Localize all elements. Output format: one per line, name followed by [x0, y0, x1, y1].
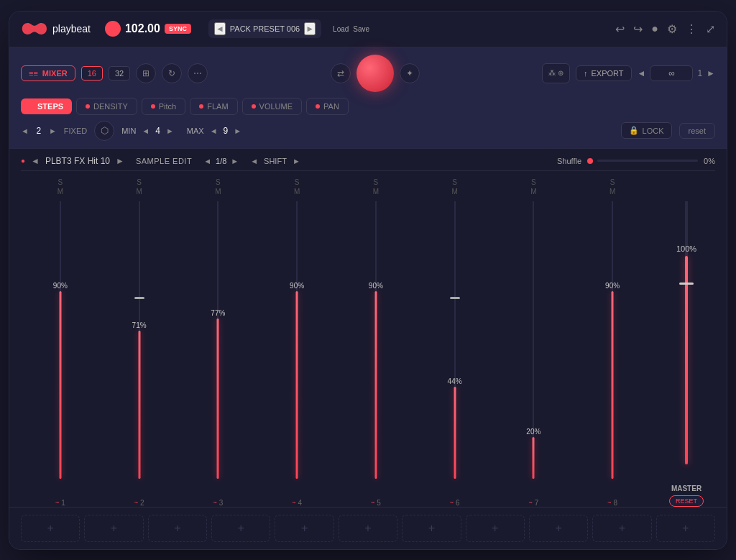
- solo-5[interactable]: S: [374, 178, 379, 186]
- max-label: MAX: [187, 127, 204, 135]
- reset-top-button[interactable]: reset: [679, 123, 715, 139]
- sync-badge[interactable]: SYNC: [165, 24, 191, 34]
- shift-prev-button[interactable]: ◄: [250, 157, 258, 165]
- master-handle[interactable]: [679, 283, 694, 285]
- fader-handle-2[interactable]: [134, 297, 144, 299]
- flam-mode-button[interactable]: FLAM: [190, 98, 237, 115]
- solo-4[interactable]: S: [295, 178, 300, 186]
- pad-add-10[interactable]: +: [656, 515, 715, 542]
- fader-pct-4: 90%: [290, 282, 304, 290]
- channel-label-2: ~ 2: [134, 499, 144, 507]
- mute-8[interactable]: M: [610, 188, 615, 196]
- track-next-button[interactable]: ►: [116, 156, 124, 166]
- main-knob[interactable]: [356, 55, 394, 92]
- min-prev[interactable]: ◄: [142, 127, 150, 135]
- solo-6[interactable]: S: [452, 178, 457, 186]
- fader-bar-8[interactable]: [612, 291, 614, 479]
- mute-1[interactable]: M: [58, 188, 63, 196]
- export-icon: ↑: [584, 69, 588, 78]
- steps-mode-button[interactable]: STEPS: [21, 98, 72, 114]
- fader-bar-5[interactable]: [374, 291, 377, 479]
- shuffle-icon[interactable]: ⇄: [331, 63, 351, 83]
- fader-bar-1[interactable]: [59, 291, 61, 479]
- density-mode-button[interactable]: DENSITY: [76, 98, 137, 115]
- mute-6[interactable]: M: [451, 188, 457, 196]
- pad-add-7[interactable]: +: [466, 515, 525, 542]
- pan-mode-button[interactable]: PAN: [306, 98, 349, 115]
- pad-add-2[interactable]: +: [148, 515, 207, 542]
- shift-next-button[interactable]: ►: [293, 157, 300, 165]
- preset-next-button[interactable]: ►: [304, 22, 316, 35]
- loop-prev-button[interactable]: ◄: [638, 68, 646, 78]
- scatter-icon[interactable]: ✦: [400, 63, 420, 83]
- max-prev[interactable]: ◄: [210, 127, 218, 135]
- solo-8[interactable]: S: [610, 178, 615, 186]
- resize-button[interactable]: ⤢: [706, 22, 715, 36]
- max-next[interactable]: ►: [234, 127, 242, 135]
- profile-button[interactable]: ●: [651, 22, 658, 35]
- pad-add-4[interactable]: +: [275, 515, 334, 542]
- pad-add-8[interactable]: +: [529, 515, 588, 542]
- export-button[interactable]: ↑ EXPORT: [576, 65, 632, 81]
- redo-button[interactable]: ↪: [633, 22, 643, 36]
- fader-bar-2[interactable]: [138, 331, 140, 479]
- solo-1[interactable]: S: [58, 178, 63, 186]
- save-button[interactable]: Save: [353, 25, 369, 33]
- steps-32-button[interactable]: 32: [109, 66, 130, 81]
- pad-add-1[interactable]: +: [84, 515, 143, 542]
- time-prev-button[interactable]: ◄: [203, 157, 211, 165]
- record-button[interactable]: [105, 21, 121, 37]
- steps-16-button[interactable]: 16: [81, 66, 103, 81]
- channel-8: S M 90% ~ 8: [573, 178, 652, 507]
- solo-3[interactable]: S: [216, 178, 221, 186]
- pad-add-9[interactable]: +: [592, 515, 651, 542]
- channel-label-3: ~ 3: [213, 499, 223, 507]
- mute-7[interactable]: M: [530, 188, 536, 196]
- load-button[interactable]: Load: [333, 25, 349, 33]
- undo-button[interactable]: ↩: [615, 22, 625, 36]
- master-pct: 100%: [676, 244, 696, 253]
- pitch-mode-button[interactable]: Pitch: [142, 98, 185, 115]
- fx-button[interactable]: ⁂ ⊕: [542, 63, 570, 83]
- fader-bar-4[interactable]: [296, 291, 298, 479]
- grid-button[interactable]: ⊞: [136, 63, 156, 83]
- pad-add-6[interactable]: +: [402, 515, 461, 542]
- solo-2[interactable]: S: [137, 178, 142, 186]
- settings-button[interactable]: ⚙: [667, 22, 677, 36]
- fader-handle-6[interactable]: [450, 297, 460, 299]
- step-count-next[interactable]: ►: [49, 127, 57, 135]
- sample-edit-button[interactable]: SAMPLE EDIT: [136, 157, 192, 165]
- loop-next-button[interactable]: ►: [707, 68, 715, 78]
- mixer-button[interactable]: ≡≡ MIXER: [21, 65, 75, 81]
- bottom-pads: +++++++++++: [9, 507, 727, 549]
- shuffle-bar[interactable]: [597, 160, 698, 162]
- mute-3[interactable]: M: [215, 188, 221, 196]
- lock-button[interactable]: 🔒 LOCK: [621, 122, 672, 139]
- fader-container-5: 90%: [336, 201, 415, 493]
- pad-add-5[interactable]: +: [339, 515, 397, 542]
- preset-prev-button[interactable]: ◄: [214, 22, 226, 35]
- mute-2[interactable]: M: [136, 188, 142, 196]
- fader-bar-6[interactable]: [454, 387, 456, 479]
- menu-button[interactable]: ⋮: [686, 22, 697, 36]
- master-reset-button[interactable]: RESET: [669, 495, 704, 507]
- refresh-button[interactable]: ↻: [162, 63, 182, 83]
- time-next-button[interactable]: ►: [231, 157, 239, 165]
- volume-mode-button[interactable]: VOLUME: [242, 98, 302, 115]
- track-prev-button[interactable]: ◄: [31, 156, 40, 166]
- min-next[interactable]: ►: [166, 127, 174, 135]
- pad-add-3[interactable]: +: [211, 515, 270, 542]
- settings2-button[interactable]: ⋯: [188, 63, 208, 83]
- mute-5[interactable]: M: [373, 188, 379, 196]
- pad-add-0[interactable]: +: [21, 515, 80, 542]
- solo-7[interactable]: S: [531, 178, 536, 186]
- mixer-icon: ≡≡: [29, 69, 38, 78]
- mute-4[interactable]: M: [294, 188, 300, 196]
- step-count-prev[interactable]: ◄: [21, 127, 29, 135]
- fader-bar-7[interactable]: [533, 437, 535, 479]
- minmax-area: MIN ◄ 4 ► MAX ◄ 9 ►: [121, 126, 613, 136]
- channel-3: S M 77% ~ 3: [179, 178, 258, 507]
- fader-bar-3[interactable]: [217, 318, 219, 479]
- master-fader-bar[interactable]: [685, 256, 688, 464]
- fingerprint-button[interactable]: ⬡: [94, 121, 114, 141]
